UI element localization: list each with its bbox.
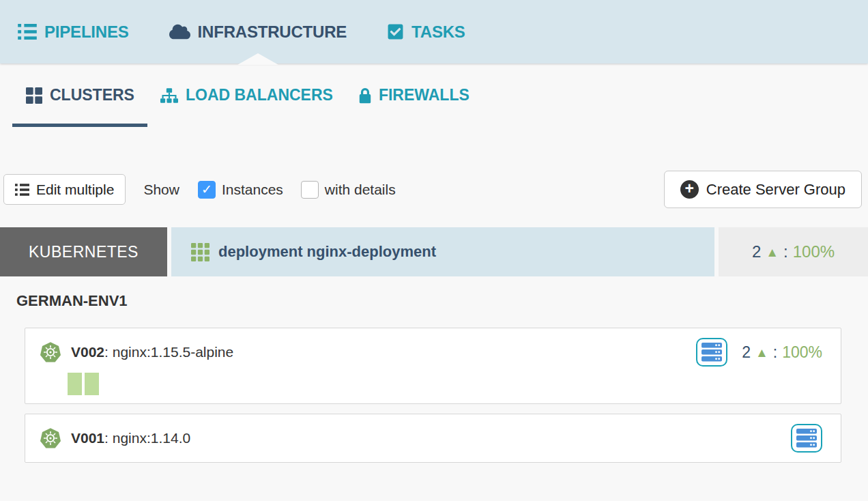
provider-tag: KUBERNETES [0,227,167,276]
cloud-icon [169,23,190,40]
tab-load-balancers[interactable]: LOAD BALANCERS [147,63,346,127]
nav-infrastructure-label: INFRASTRUCTURE [198,23,347,42]
clusters-content: Edit multiple Show Instances with detail… [0,171,868,463]
server-group-right: 2 ▲ : 100% [696,338,822,367]
spinnaker-app: PIPELINES INFRASTRUCTURE TASKS CLUSTERS [0,0,868,463]
instances-checkbox[interactable] [198,181,216,199]
with-details-checkbox-group[interactable]: with details [301,181,396,199]
cluster-title-bar[interactable]: deployment nginx-deployment [171,227,714,276]
nav-pipelines[interactable]: PIPELINES [18,23,129,42]
create-server-group-button[interactable]: Create Server Group [664,171,862,208]
edit-multiple-label: Edit multiple [36,182,114,198]
server-stack-icon[interactable] [791,424,822,453]
nav-tasks-label: TASKS [411,23,465,42]
server-group-row: V002: nginx:1.15.5-alpine 2 ▲ : 100% [40,338,822,367]
region-title: GERMAN-ENV1 [16,292,868,310]
instance-square[interactable] [85,373,99,395]
instance-count: 2 [752,242,761,261]
server-group-detail: : nginx:1.15.5-alpine [104,344,233,360]
server-group-title: V002: nginx:1.15.5-alpine [71,344,233,360]
up-triangle-icon: ▲ [755,346,768,359]
kubernetes-icon [40,341,61,363]
grid-3x3-icon [191,243,209,261]
clusters-toolbar: Edit multiple Show Instances with detail… [3,171,862,208]
server-group-detail: : nginx:1.14.0 [104,430,190,446]
instances-checkbox-group[interactable]: Instances [198,181,283,199]
instance-row [68,373,822,395]
stats-separator: : [773,343,777,362]
edit-multiple-button[interactable]: Edit multiple [3,174,126,205]
check-square-icon [387,23,404,40]
tab-load-balancers-label: LOAD BALANCERS [186,86,333,104]
nav-infrastructure[interactable]: INFRASTRUCTURE [169,23,347,42]
nav-pipelines-label: PIPELINES [44,23,129,42]
sitemap-icon [160,88,178,103]
grid-2x2-icon [26,87,42,104]
list-icon [15,184,29,196]
instance-count: 2 [742,343,751,362]
cluster-health-stats: 2 ▲ : 100% [719,227,868,276]
health-percent: 100% [793,242,835,261]
instance-square[interactable] [68,373,82,395]
lock-icon [359,87,371,104]
main-nav: PIPELINES INFRASTRUCTURE TASKS [0,0,868,63]
nav-tasks[interactable]: TASKS [387,23,465,42]
tab-firewalls-label: FIREWALLS [379,86,469,104]
tab-clusters[interactable]: CLUSTERS [12,63,147,127]
server-group-name: V002 [71,344,104,360]
cluster-title: deployment nginx-deployment [218,243,436,261]
kubernetes-icon [40,427,61,449]
list-icon [18,24,37,40]
with-details-checkbox[interactable] [301,181,319,199]
instances-label: Instances [222,182,283,198]
tab-firewalls[interactable]: FIREWALLS [346,63,482,127]
tab-clusters-label: CLUSTERS [50,86,134,104]
server-group-right [791,424,822,453]
plus-circle-icon [680,180,699,199]
server-group-title: V001: nginx:1.14.0 [71,430,190,446]
active-tab-pointer [237,53,278,65]
server-group-card-v001[interactable]: V001: nginx:1.14.0 [25,414,841,463]
server-group-name: V001 [71,430,104,446]
with-details-label: with details [325,182,396,198]
cluster-header: KUBERNETES deployment nginx-deployment 2… [0,227,868,276]
show-label: Show [143,182,179,198]
server-stack-icon[interactable] [696,338,727,367]
infrastructure-subnav: CLUSTERS LOAD BALANCERS FIREWALLS [0,63,868,127]
stats-separator: : [783,242,788,261]
server-group-card-v002[interactable]: V002: nginx:1.15.5-alpine 2 ▲ : 100% [25,328,841,404]
server-group-health-stats: 2 ▲ : 100% [742,343,822,362]
up-triangle-icon: ▲ [766,246,779,259]
health-percent: 100% [782,343,822,362]
server-group-row: V001: nginx:1.14.0 [40,424,822,453]
create-server-group-label: Create Server Group [706,181,845,199]
